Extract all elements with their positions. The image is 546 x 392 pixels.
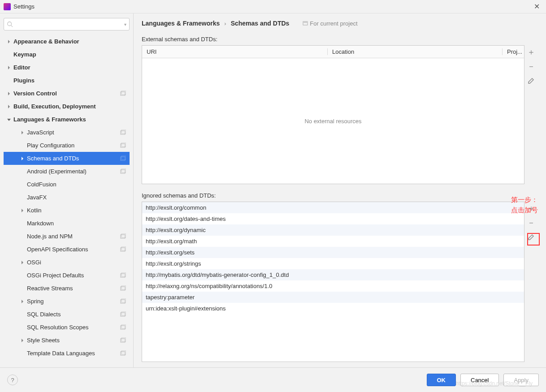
breadcrumb-group[interactable]: Languages & Frameworks — [142, 20, 220, 27]
tree-item-editor[interactable]: Editor — [4, 61, 130, 74]
add-external-button[interactable]: ＋ — [526, 47, 536, 57]
search-input[interactable]: ▾ — [4, 18, 130, 30]
tree-item-osgi-project-defaults[interactable]: OSGi Project Defaults — [4, 269, 130, 282]
search-field[interactable] — [15, 21, 124, 28]
ignored-row[interactable]: tapestry:parameter — [142, 292, 524, 303]
expand-icon[interactable] — [20, 299, 25, 304]
tree-item-style-sheets[interactable]: Style Sheets — [4, 334, 130, 347]
cancel-button[interactable]: Cancel — [460, 374, 499, 386]
tree-item-label: Play Configuration — [27, 142, 120, 149]
tree-item-label: Spring — [27, 298, 120, 305]
ignored-row[interactable]: urn:idea:xslt-plugin#extensions — [142, 303, 524, 314]
tree-item-appearance-behavior[interactable]: Appearance & Behavior — [4, 35, 130, 48]
apply-button[interactable]: Apply — [503, 374, 539, 386]
tree-item-languages-frameworks[interactable]: Languages & Frameworks — [4, 113, 130, 126]
tree-item-label: JavaFX — [27, 194, 130, 201]
svg-rect-31 — [303, 22, 308, 23]
ignored-row[interactable]: http://exslt.org/dates-and-times — [142, 213, 524, 224]
col-uri[interactable]: URI — [142, 48, 328, 55]
tree-item-openapi-specifications[interactable]: OpenAPI Specifications — [4, 243, 130, 256]
expand-icon[interactable] — [20, 156, 25, 161]
col-location[interactable]: Location — [328, 48, 503, 55]
ignored-row[interactable]: http://exslt.org/math — [142, 236, 524, 247]
tree-item-label: Version Control — [13, 90, 120, 97]
tree-item-node-js-and-npm[interactable]: Node.js and NPM — [4, 230, 130, 243]
tree-item-build-execution-deployment[interactable]: Build, Execution, Deployment — [4, 100, 130, 113]
ignored-row[interactable]: http://relaxng.org/ns/compatibility/anno… — [142, 280, 524, 292]
tree-item-template-data-languages[interactable]: Template Data Languages — [4, 347, 130, 360]
breadcrumb: Languages & Frameworks › Schemas and DTD… — [142, 20, 538, 27]
external-label: External schemas and DTDs: — [142, 36, 538, 43]
tree-item-label: SQL Resolution Scopes — [27, 324, 120, 331]
tree-item-osgi[interactable]: OSGi — [4, 256, 130, 269]
ignored-row[interactable]: http://exslt.org/dynamic — [142, 224, 524, 236]
tree-item-markdown[interactable]: Markdown — [4, 217, 130, 230]
tree-item-label: Node.js and NPM — [27, 233, 120, 240]
ignored-row[interactable]: http://exslt.org/strings — [142, 258, 524, 269]
ignored-list[interactable]: http://exslt.org/commonhttp://exslt.org/… — [142, 202, 524, 362]
tree-item-label: Kotlin — [27, 207, 130, 214]
tree-item-sql-dialects[interactable]: SQL Dialects — [4, 308, 130, 321]
tree-item-label: Schemas and DTDs — [27, 155, 120, 162]
tree-item-plugins[interactable]: Plugins — [4, 74, 130, 87]
tree-item-label: Editor — [13, 64, 130, 71]
edit-external-button[interactable] — [526, 76, 536, 86]
expand-icon[interactable] — [6, 91, 12, 96]
expand-icon[interactable] — [6, 117, 12, 122]
remove-external-button[interactable]: － — [526, 61, 536, 71]
ignored-row[interactable]: http://exslt.org/common — [142, 202, 524, 213]
expand-icon[interactable] — [20, 130, 25, 135]
tree-item-kotlin[interactable]: Kotlin — [4, 204, 130, 217]
content-area: Languages & Frameworks › Schemas and DTD… — [134, 13, 546, 367]
tree-item-reactive-streams[interactable]: Reactive Streams — [4, 282, 130, 295]
ignored-tools: ＋ － — [524, 202, 538, 362]
ignored-row[interactable]: http://mybatis.org/dtd/mybatis-generator… — [142, 269, 524, 280]
tree-item-coldfusion[interactable]: ColdFusion — [4, 178, 130, 191]
add-ignored-button[interactable]: ＋ — [526, 203, 536, 213]
tree-item-spring[interactable]: Spring — [4, 295, 130, 308]
project-scope-icon — [120, 168, 126, 175]
svg-line-1 — [11, 26, 13, 27]
tree-item-label: Reactive Streams — [27, 285, 120, 292]
external-tools: ＋ － — [524, 45, 538, 184]
tree-item-label: Android (Experimental) — [27, 168, 120, 175]
expand-icon[interactable] — [6, 104, 12, 109]
tree-item-label: OpenAPI Specifications — [27, 246, 120, 253]
tree-item-sql-resolution-scopes[interactable]: SQL Resolution Scopes — [4, 321, 130, 334]
tree-item-label: Keymap — [13, 51, 130, 58]
tree-item-keymap[interactable]: Keymap — [4, 48, 130, 61]
project-scope-icon — [120, 324, 126, 331]
expand-icon[interactable] — [20, 208, 25, 213]
search-dropdown-icon[interactable]: ▾ — [124, 22, 126, 27]
tree-item-label: Markdown — [27, 220, 130, 227]
tree-item-version-control[interactable]: Version Control — [4, 87, 130, 100]
tree-item-schemas-and-dtds[interactable]: Schemas and DTDs — [4, 152, 130, 165]
expand-icon[interactable] — [20, 338, 25, 343]
project-scope-icon — [120, 155, 126, 162]
tree-item-javafx[interactable]: JavaFX — [4, 191, 130, 204]
remove-ignored-button[interactable]: － — [526, 218, 536, 228]
external-table: URI Location Proj... No external resourc… — [142, 45, 524, 184]
breadcrumb-page: Schemas and DTDs — [231, 20, 290, 27]
tree-item-label: SQL Dialects — [27, 311, 120, 318]
titlebar: Settings ✕ — [0, 0, 546, 13]
tree-item-label: Appearance & Behavior — [13, 38, 130, 45]
tree-item-label: JavaScript — [27, 129, 120, 136]
tree-item-label: OSGi — [27, 259, 130, 266]
project-scope-icon — [120, 298, 126, 305]
help-button[interactable]: ? — [7, 375, 18, 385]
ok-button[interactable]: OK — [427, 374, 456, 386]
tree-item-android-experimental-[interactable]: Android (Experimental) — [4, 165, 130, 178]
ignored-row[interactable]: http://exslt.org/sets — [142, 247, 524, 258]
project-scope-icon — [120, 142, 126, 149]
expand-icon[interactable] — [20, 260, 25, 265]
expand-icon[interactable] — [6, 39, 12, 44]
project-scope-icon — [120, 129, 126, 136]
expand-icon[interactable] — [6, 65, 12, 70]
tree-item-javascript[interactable]: JavaScript — [4, 126, 130, 139]
search-icon — [7, 21, 13, 27]
edit-ignored-button[interactable] — [526, 232, 536, 242]
col-project[interactable]: Proj... — [503, 48, 524, 55]
close-icon[interactable]: ✕ — [531, 2, 542, 11]
tree-item-play-configuration[interactable]: Play Configuration — [4, 139, 130, 152]
